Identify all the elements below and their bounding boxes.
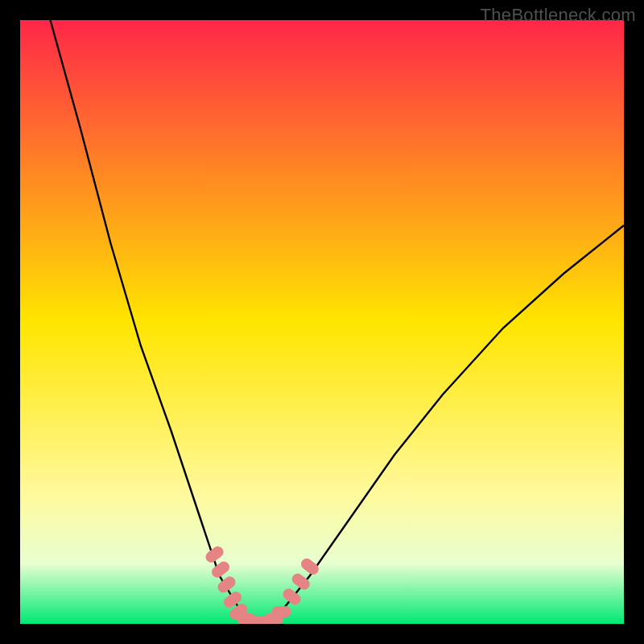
plot-area <box>20 20 624 624</box>
chart-svg <box>20 20 624 624</box>
marker-point <box>289 594 295 599</box>
marker-point <box>224 582 230 587</box>
gradient-background <box>20 20 624 624</box>
marker-point <box>298 580 304 584</box>
chart-frame: TheBottleneck.com <box>0 0 644 644</box>
marker-point <box>229 597 236 602</box>
watermark-text: TheBottleneck.com <box>481 5 636 26</box>
marker-point <box>212 552 218 557</box>
marker-point <box>307 564 313 569</box>
marker-point <box>236 609 242 614</box>
marker-point <box>217 568 224 572</box>
